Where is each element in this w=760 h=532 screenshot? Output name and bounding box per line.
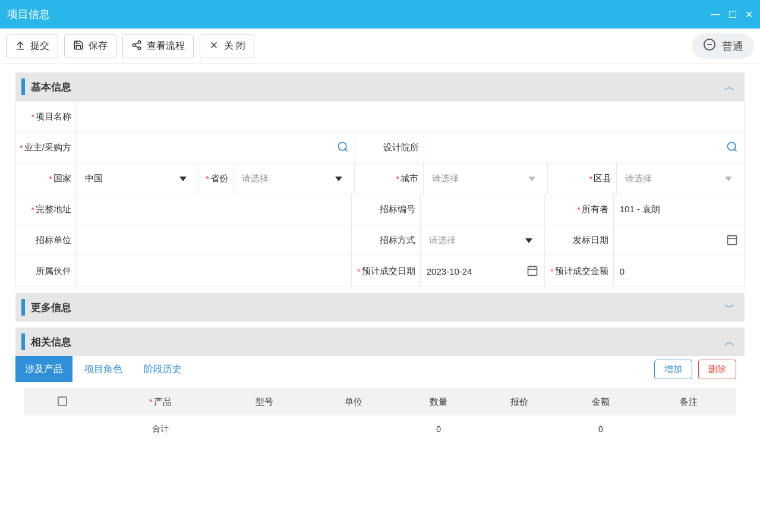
section-basic: 基本信息 ︿ *项目名称 *业主/采购方 设计院所 — [15, 73, 745, 287]
minimize-icon[interactable]: — — [711, 9, 720, 20]
svg-line-12 — [734, 149, 737, 152]
input-owner[interactable]: 101 - 袁朗 — [614, 194, 745, 225]
status-label: 普通 — [722, 39, 743, 53]
table-total-row: 合计 0 0 — [24, 415, 736, 443]
close-icon — [209, 40, 219, 53]
calendar-icon[interactable] — [526, 265, 538, 278]
products-table: *产品 型号 单位 数量 报价 金额 备注 合计 0 0 — [24, 388, 736, 443]
close-window-icon[interactable]: ✕ — [745, 9, 753, 20]
add-button[interactable]: 增加 — [654, 360, 692, 379]
col-qty: 数量 — [398, 396, 479, 408]
section-related-header[interactable]: 相关信息 ︿ — [15, 328, 745, 356]
chevron-down-icon — [335, 177, 342, 181]
svg-point-2 — [138, 47, 141, 50]
chevron-down-icon: ﹀ — [724, 300, 735, 314]
save-button[interactable]: 保存 — [64, 34, 116, 58]
label-design-inst: 设计院所 — [355, 133, 424, 163]
input-partner[interactable] — [77, 256, 352, 287]
section-basic-header[interactable]: 基本信息 ︿ — [15, 73, 745, 101]
label-bid-unit: 招标单位 — [16, 225, 77, 256]
tab-products[interactable]: 涉及产品 — [15, 356, 72, 382]
total-label: 合计 — [101, 424, 220, 435]
label-owner-buyer: *业主/采购方 — [16, 133, 77, 163]
chevron-up-icon: ︿ — [724, 335, 735, 349]
label-bid-no: 招标编号 — [352, 194, 421, 225]
submit-button[interactable]: 提交 — [6, 34, 58, 58]
label-partner: 所属伙伴 — [16, 256, 77, 287]
label-district: *区县 — [548, 163, 617, 194]
input-full-address[interactable] — [77, 194, 352, 225]
minus-circle-icon — [703, 38, 716, 54]
select-all-checkbox[interactable] — [58, 396, 67, 406]
input-est-deal-amount[interactable]: 0 — [614, 256, 745, 287]
tabs-row: 涉及产品 项目角色 阶段历史 增加 删除 — [15, 356, 745, 382]
accent-bar — [21, 78, 25, 95]
input-owner-buyer[interactable] — [77, 133, 355, 163]
chevron-down-icon — [725, 177, 732, 181]
select-city[interactable]: 请选择 — [424, 163, 548, 194]
col-amount: 金额 — [560, 396, 641, 408]
input-bid-unit[interactable] — [77, 225, 352, 256]
section-basic-title: 基本信息 — [31, 80, 71, 94]
section-more: 更多信息 ﹀ — [15, 293, 745, 322]
select-district[interactable]: 请选择 — [617, 163, 745, 194]
col-model: 型号 — [220, 396, 309, 408]
content-area: 基本信息 ︿ *项目名称 *业主/采购方 设计院所 — [0, 64, 760, 457]
status-pill[interactable]: 普通 — [692, 33, 754, 59]
input-issue-date[interactable] — [614, 225, 745, 256]
label-country: *国家 — [16, 163, 77, 194]
chevron-down-icon — [525, 238, 532, 243]
close-button[interactable]: 关 闭 — [200, 34, 254, 58]
label-est-deal-date: *预计成交日期 — [352, 256, 421, 287]
chevron-down-icon — [179, 177, 187, 181]
section-related-title: 相关信息 — [31, 335, 71, 349]
svg-point-9 — [338, 143, 346, 150]
svg-point-0 — [138, 40, 141, 43]
section-more-title: 更多信息 — [31, 301, 71, 314]
col-product: *产品 — [101, 396, 220, 408]
tab-roles[interactable]: 项目角色 — [75, 356, 132, 382]
select-province[interactable]: 请选择 — [234, 163, 355, 194]
input-project-name[interactable] — [77, 102, 745, 133]
svg-line-10 — [345, 149, 348, 152]
accent-bar — [21, 333, 25, 350]
select-country[interactable]: 中国 — [77, 163, 199, 194]
window-controls: — ☐ ✕ — [711, 9, 753, 20]
maximize-icon[interactable]: ☐ — [729, 9, 737, 20]
chevron-up-icon: ︿ — [724, 80, 735, 94]
col-unit: 单位 — [309, 396, 398, 408]
svg-line-3 — [135, 46, 138, 48]
save-label: 保存 — [89, 40, 108, 52]
label-bid-method: 招标方式 — [352, 225, 421, 256]
select-bid-method[interactable]: 请选择 — [421, 225, 545, 256]
save-icon — [73, 40, 84, 53]
delete-button[interactable]: 删除 — [698, 360, 736, 379]
label-city: *城市 — [355, 163, 424, 194]
tab-history[interactable]: 阶段历史 — [134, 356, 191, 382]
toolbar: 提交 保存 查看流程 关 闭 普通 — [0, 29, 760, 64]
col-quote: 报价 — [479, 396, 560, 408]
label-est-deal-amount: *预计成交金额 — [545, 256, 614, 287]
window-titlebar: 项目信息 — ☐ ✕ — [0, 0, 760, 29]
label-issue-date: 发标日期 — [545, 225, 614, 256]
basic-form: *项目名称 *业主/采购方 设计院所 *国家 中国 — [15, 101, 745, 287]
total-amount: 0 — [560, 424, 641, 434]
svg-rect-13 — [728, 235, 737, 244]
calendar-icon[interactable] — [726, 234, 738, 247]
input-est-deal-date[interactable]: 2023-10-24 — [421, 256, 545, 287]
search-icon[interactable] — [337, 141, 349, 155]
share-icon — [131, 40, 142, 53]
input-bid-no[interactable] — [421, 194, 545, 225]
submit-label: 提交 — [30, 40, 49, 52]
search-icon[interactable] — [726, 141, 738, 155]
label-owner: *所有者 — [545, 194, 614, 225]
table-header: *产品 型号 单位 数量 报价 金额 备注 — [24, 388, 736, 415]
svg-line-4 — [135, 42, 138, 44]
input-design-inst[interactable] — [424, 133, 745, 163]
label-province: *省份 — [199, 163, 234, 194]
svg-rect-17 — [528, 266, 537, 275]
col-remark: 备注 — [641, 396, 736, 408]
section-more-header[interactable]: 更多信息 ﹀ — [15, 293, 745, 322]
view-flow-button[interactable]: 查看流程 — [122, 34, 194, 58]
label-full-address: *完整地址 — [16, 194, 77, 225]
